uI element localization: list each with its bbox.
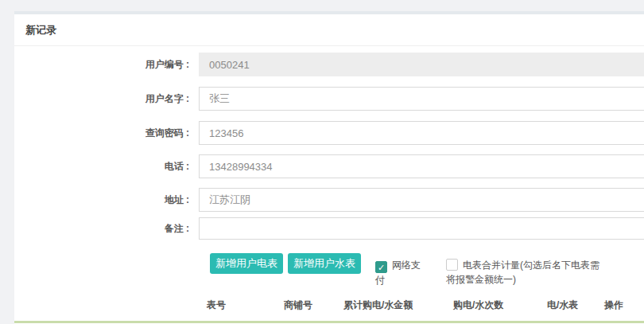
col-purchase-count: 购电/水次数 <box>453 299 503 312</box>
address-label: 地址 : <box>94 188 189 212</box>
query-password-input[interactable] <box>199 121 644 145</box>
page-title: 新记录 <box>25 14 56 45</box>
form-row-phone: 电话 : <box>14 154 644 178</box>
header-divider <box>14 45 644 46</box>
user-name-label: 用户名字 : <box>94 87 189 111</box>
user-id-input[interactable] <box>199 53 644 76</box>
phone-label: 电话 : <box>94 154 189 178</box>
merge-metering-label: 电表合并计量(勾选后名下电表需将报警金额统一) <box>446 260 599 285</box>
form-row-user-id: 用户编号 : <box>14 53 644 76</box>
add-water-meter-button[interactable]: 新增用户水表 <box>288 253 361 274</box>
network-payment-checkbox[interactable]: ✓ <box>375 261 387 273</box>
form-row-address: 地址 : <box>14 188 644 212</box>
add-electric-meter-button[interactable]: 新增用户电表 <box>210 253 283 274</box>
query-password-label: 查询密码 : <box>94 121 189 145</box>
user-id-label: 用户编号 : <box>94 53 189 76</box>
merge-metering-checkbox[interactable] <box>446 259 458 271</box>
table-top-border <box>14 321 644 323</box>
form-row-user-name: 用户名字 : <box>14 87 644 111</box>
form-row-query-password: 查询密码 : <box>14 121 644 145</box>
meter-table-header: 表号 商铺号 累计购电/水金额 购电/水次数 电/水表 操作 <box>14 299 644 313</box>
new-record-page: 新记录 用户编号 : 用户名字 : 查询密码 : 电话 : 地址 : 备注 : … <box>0 0 644 324</box>
address-input[interactable] <box>199 188 644 212</box>
remark-label: 备注 : <box>94 217 189 240</box>
remark-input[interactable] <box>199 217 644 240</box>
phone-input[interactable] <box>199 154 644 178</box>
col-meter-number: 表号 <box>207 299 226 312</box>
network-payment-checkbox-group[interactable]: ✓网络支付 <box>375 258 426 287</box>
col-total-purchase-amount: 累计购电/水金额 <box>343 299 413 312</box>
col-meter-type: 电/水表 <box>547 299 578 312</box>
merge-metering-checkbox-group[interactable]: 电表合并计量(勾选后名下电表需将报警金额统一) <box>446 258 608 287</box>
new-record-panel: 新记录 用户编号 : 用户名字 : 查询密码 : 电话 : 地址 : 备注 : … <box>14 11 644 324</box>
col-shop-number: 商铺号 <box>284 299 312 312</box>
form-row-remark: 备注 : <box>14 217 644 240</box>
user-name-input[interactable] <box>199 87 644 111</box>
col-actions: 操作 <box>604 299 623 312</box>
panel-header: 新记录 <box>14 14 644 45</box>
